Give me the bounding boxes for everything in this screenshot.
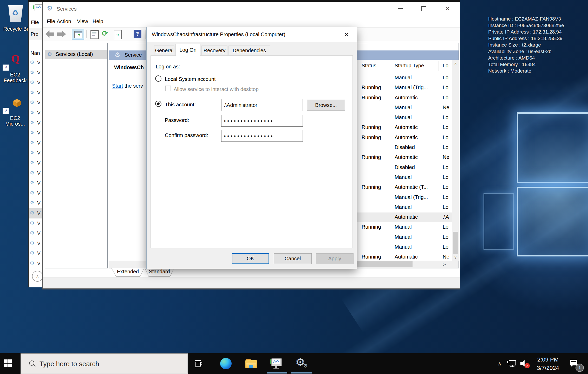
back-icon[interactable] [45, 30, 54, 38]
table-row[interactable]: RunningAutomatic (T...Lo [357, 183, 452, 192]
background-list-item[interactable]: ⚙V [29, 188, 44, 198]
apply-button[interactable]: Apply [316, 253, 354, 264]
tab-recovery[interactable]: Recovery [201, 46, 227, 56]
table-row[interactable]: RunningAutomaticNe [357, 153, 452, 163]
menu-file[interactable]: File [47, 18, 55, 24]
background-menu-file[interactable]: File [31, 20, 39, 25]
ok-button[interactable]: OK [232, 253, 269, 264]
background-list-item[interactable]: ⚙V [29, 238, 44, 249]
task-view-icon[interactable] [193, 358, 204, 369]
background-list-item[interactable]: ⚙V [29, 168, 44, 178]
background-list-item[interactable]: ⚙V [29, 98, 44, 108]
background-list-item[interactable]: ⚙V [29, 158, 44, 168]
minimize-button[interactable] [393, 3, 408, 14]
background-list-item[interactable]: ⚙V [29, 128, 44, 138]
table-row[interactable]: DisabledLo [357, 163, 452, 173]
cancel-button[interactable]: Cancel [274, 253, 312, 264]
table-row[interactable]: ManualLo [357, 242, 452, 252]
background-list-item[interactable]: ⚙V [29, 178, 44, 188]
tray-chevron-up-icon[interactable]: ∧ [494, 359, 505, 368]
background-list-item[interactable]: ⚙V [29, 198, 44, 208]
table-row[interactable]: RunningManual (Trig...Lo [357, 83, 452, 93]
search-input[interactable] [21, 354, 207, 374]
table-row[interactable]: DisabledLo [357, 143, 452, 153]
tab-dependencies[interactable]: Dependencies [228, 46, 270, 56]
background-window[interactable]: File Pro Nan ⚙V ⚙V ⚙V ⚙V ⚙V ⚙V ⚙V ⚙V ⚙V … [28, 2, 44, 287]
account-field[interactable] [221, 99, 303, 111]
background-list-item[interactable]: ⚙V [29, 88, 44, 98]
table-row[interactable]: RunningAutomaticLo [357, 123, 452, 133]
scroll-up-circle-button[interactable]: ∧ [32, 271, 43, 282]
table-row-selected[interactable]: Automatic.\A [357, 212, 452, 222]
column-header-log-on-as[interactable]: Lo [443, 63, 448, 69]
dialog-close-icon[interactable]: ✕ [340, 29, 353, 40]
menu-view[interactable]: View [77, 18, 88, 24]
tab-extended[interactable]: Extended [111, 268, 145, 277]
background-list-item[interactable]: ⚙V [29, 118, 44, 128]
close-button[interactable]: ✕ [440, 3, 455, 14]
tree-item-services-local[interactable]: ⚙ Services (Local) [45, 50, 107, 59]
scrollbar-thumb[interactable] [453, 232, 458, 254]
background-list-item-selected[interactable]: ⚙V [29, 208, 44, 218]
column-header-startup-type[interactable]: Startup Type [395, 63, 424, 69]
title-bar[interactable]: ⚙ Services ✕ [43, 2, 460, 16]
table-row[interactable]: ManualNe [357, 103, 452, 113]
background-list-item[interactable]: ⚙V [29, 248, 44, 259]
this-account-radio[interactable] [155, 101, 161, 107]
background-list-item[interactable]: ⚙V [29, 78, 44, 88]
background-service-list[interactable]: ⚙V ⚙V ⚙V ⚙V ⚙V ⚙V ⚙V ⚙V ⚙V ⚙V ⚙V ⚙V ⚙V ⚙… [29, 58, 44, 269]
volume-muted-icon[interactable]: ✕ [520, 359, 531, 369]
scroll-up-icon[interactable]: ∧ [452, 60, 459, 67]
action-center-icon[interactable]: 1 [569, 359, 585, 372]
background-list-item[interactable]: ⚙V [29, 228, 44, 238]
menu-action[interactable]: Action [57, 18, 71, 24]
background-list-item[interactable]: ⚙V [29, 58, 44, 68]
tab-standard[interactable]: Standard [145, 268, 174, 277]
maximize-button[interactable] [416, 3, 432, 14]
table-row[interactable]: ManualLo [357, 233, 452, 242]
perfmon-app-icon[interactable] [270, 358, 282, 369]
tab-log-on[interactable]: Log On [175, 44, 200, 56]
scroll-down-icon[interactable]: ∨ [452, 254, 459, 261]
show-console-tree-button[interactable]: ◀ [72, 29, 84, 40]
edge-browser-icon[interactable] [220, 358, 232, 369]
background-list-item[interactable]: ⚙V [29, 218, 44, 229]
menu-help[interactable]: Help [93, 18, 103, 24]
scroll-right-icon[interactable]: > [441, 261, 448, 268]
table-row[interactable]: ManualLo [357, 173, 452, 183]
forward-icon[interactable] [57, 30, 66, 38]
vertical-scrollbar[interactable]: ∧ ∨ [452, 60, 459, 261]
clock[interactable]: 2:09 PM 3/7/2024 [531, 355, 565, 372]
browse-button[interactable]: Browse... [307, 100, 345, 111]
services-app-taskbar-icon[interactable]: ⚙ ⚙ [295, 356, 309, 370]
search-box[interactable] [21, 353, 188, 374]
table-row[interactable]: RunningAutomaticLo [357, 93, 452, 103]
table-row[interactable]: RunningAutomaticLo [357, 133, 452, 143]
desktop-icon-ec2-feedback[interactable]: Q ↗ EC2 Feedback [2, 54, 29, 84]
desktop-icon-ec2-microservice[interactable]: ↗ EC2 Micros... [2, 98, 29, 129]
file-explorer-icon[interactable] [245, 359, 257, 369]
export-list-icon[interactable]: ➔ [114, 30, 122, 39]
dialog-title-bar[interactable]: WindowsChaosInfrastructure Properties (L… [147, 27, 357, 42]
background-list-item[interactable]: ⚙V [29, 68, 44, 78]
start-service-link[interactable]: Start [112, 83, 123, 89]
background-list-item[interactable]: ⚙V [29, 259, 44, 269]
background-list-item[interactable]: ⚙V [29, 148, 44, 158]
tab-general[interactable]: General [154, 46, 174, 56]
refresh-icon[interactable]: ⟳ [102, 29, 108, 38]
table-row[interactable]: RunningManualLo [357, 222, 452, 232]
properties-icon[interactable] [90, 30, 99, 39]
network-icon[interactable] [507, 360, 517, 368]
table-row[interactable]: ManualLo [357, 113, 452, 123]
table-row[interactable]: RunningAutomaticNe [357, 252, 452, 261]
background-list-item[interactable]: ⚙V [29, 108, 44, 118]
column-header-status[interactable]: Status [362, 63, 376, 69]
help-icon[interactable]: ? [134, 30, 141, 38]
table-row[interactable]: ManualLo [357, 203, 452, 212]
local-system-radio[interactable] [155, 75, 161, 82]
start-button[interactable] [4, 359, 12, 367]
confirm-password-field[interactable] [221, 130, 303, 142]
desktop-icon-recycle-bin[interactable]: ♻ Recycle Bi [3, 4, 28, 33]
table-row[interactable]: ManualLo [357, 73, 452, 83]
interact-desktop-checkbox[interactable] [165, 86, 171, 91]
